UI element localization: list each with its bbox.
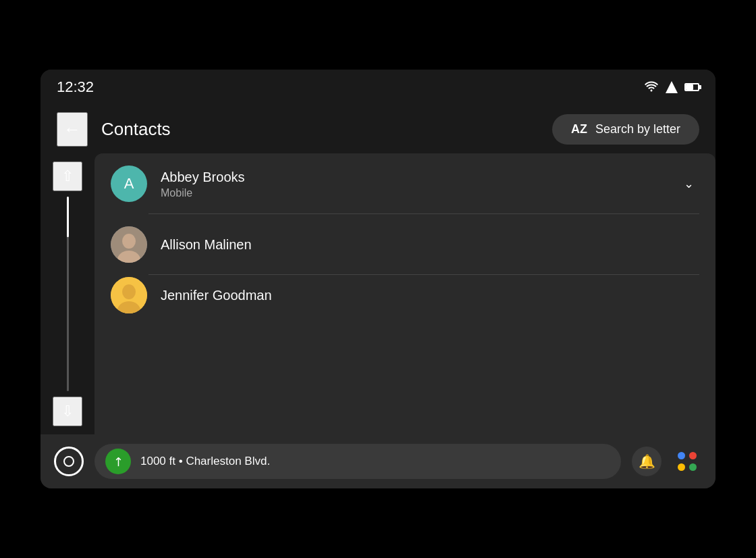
home-button[interactable] — [54, 447, 84, 476]
turn-arrow-icon: ↗ — [109, 453, 127, 470]
contact-name: Jennifer Goodman — [161, 286, 699, 304]
main-content: ⇧ ⇩ A Abbey Brooks Mobile ⌄ — [40, 153, 716, 434]
contact-name: Abbey Brooks — [161, 168, 678, 186]
scroll-down-button[interactable]: ⇩ — [53, 397, 82, 426]
back-arrow-icon: ← — [63, 119, 81, 140]
contacts-list: A Abbey Brooks Mobile ⌄ — [94, 153, 716, 434]
dot-blue — [678, 452, 685, 459]
contact-subtitle: Mobile — [161, 187, 678, 199]
search-by-letter-button[interactable]: AZ Search by letter — [552, 114, 699, 145]
device-frame: 12:32 ← Contacts — [40, 70, 716, 488]
contact-info: Abbey Brooks Mobile — [161, 168, 678, 199]
list-item[interactable]: Jennifer Goodman — [94, 275, 716, 315]
header: ← Contacts AZ Search by letter — [40, 105, 716, 153]
status-time: 12:32 — [57, 78, 94, 96]
notification-button[interactable]: 🔔 — [632, 447, 662, 476]
wifi-icon — [644, 80, 659, 95]
az-icon: AZ — [571, 122, 587, 136]
bell-icon: 🔔 — [639, 453, 655, 470]
contact-info: Allison Malinen — [161, 236, 699, 253]
google-dots-icon — [678, 452, 697, 471]
google-assistant-button[interactable] — [672, 447, 702, 476]
navigation-pill[interactable]: ↗ 1000 ft • Charleston Blvd. — [94, 444, 621, 479]
svg-point-5 — [122, 284, 136, 299]
avatar: A — [111, 166, 147, 202]
avatar — [111, 277, 147, 313]
back-button[interactable]: ← — [57, 112, 88, 147]
home-icon — [63, 456, 74, 467]
dot-red — [689, 452, 697, 459]
list-item[interactable]: Allison Malinen — [94, 214, 716, 275]
contact-name: Allison Malinen — [161, 236, 699, 253]
search-by-letter-label: Search by letter — [595, 122, 680, 136]
dot-yellow — [678, 463, 685, 471]
signal-icon — [666, 81, 678, 93]
expand-icon[interactable]: ⌄ — [678, 171, 699, 197]
svg-point-1 — [122, 234, 136, 249]
list-item[interactable]: A Abbey Brooks Mobile ⌄ — [94, 153, 716, 214]
status-bar: 12:32 — [40, 70, 716, 105]
page-title: Contacts — [101, 119, 539, 140]
nav-instruction: 1000 ft • Charleston Blvd. — [140, 455, 270, 468]
scroll-controls: ⇧ ⇩ — [40, 153, 94, 434]
contact-info: Jennifer Goodman — [161, 286, 699, 304]
dot-green — [689, 463, 697, 471]
avatar — [111, 226, 147, 263]
status-icons — [644, 80, 699, 95]
bottom-bar: ↗ 1000 ft • Charleston Blvd. 🔔 — [40, 434, 716, 488]
scroll-track — [67, 197, 69, 391]
nav-arrow-circle: ↗ — [105, 449, 131, 474]
battery-icon — [684, 83, 699, 91]
scroll-up-button[interactable]: ⇧ — [53, 161, 82, 191]
scroll-thumb — [67, 197, 69, 237]
